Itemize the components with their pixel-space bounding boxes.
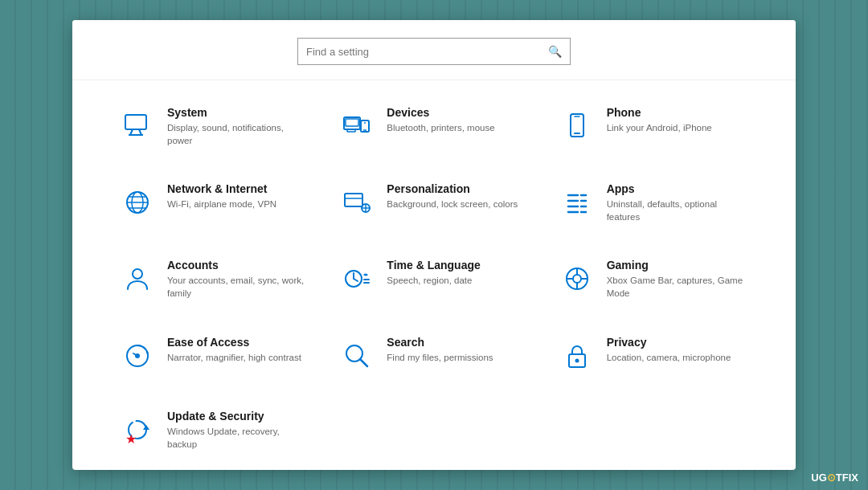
search-bar-area: 🔍 [72, 20, 796, 80]
phone-text: Phone Link your Android, iPhone [607, 106, 712, 134]
svg-point-38 [573, 275, 581, 283]
settings-item-personalization[interactable]: Personalization Background, lock screen,… [324, 165, 543, 241]
svg-rect-18 [345, 194, 362, 206]
settings-window: 🔍 System Display, sound, notifications, … [72, 20, 796, 470]
accounts-desc: Your accounts, email, sync, work, family [167, 274, 309, 300]
watermark-fix: TFIX [836, 472, 858, 484]
settings-item-accounts[interactable]: Accounts Your accounts, email, sync, wor… [104, 241, 324, 317]
svg-line-34 [354, 279, 358, 281]
svg-marker-50 [143, 425, 149, 430]
ease-title: Ease of Access [167, 336, 301, 349]
accounts-text: Accounts Your accounts, email, sync, wor… [167, 259, 309, 300]
accounts-icon [119, 260, 156, 297]
search-settings-desc: Find my files, permissions [387, 351, 493, 364]
time-title: Time & Language [387, 259, 480, 272]
gaming-text: Gaming Xbox Game Bar, captures, Game Mod… [607, 259, 749, 300]
svg-line-2 [139, 129, 141, 135]
settings-item-system[interactable]: System Display, sound, notifications, po… [104, 88, 324, 165]
settings-item-apps[interactable]: Apps Uninstall, defaults, optional featu… [544, 165, 764, 241]
settings-item-update[interactable]: ★ Update & Security Windows Update, reco… [104, 392, 324, 468]
apps-desc: Uninstall, defaults, optional features [607, 198, 749, 223]
system-icon [119, 108, 156, 145]
ease-icon [119, 337, 156, 374]
personalization-desc: Background, lock screen, colors [387, 198, 518, 210]
svg-text:★: ★ [125, 432, 137, 445]
system-title: System [167, 106, 309, 119]
devices-title: Devices [387, 106, 494, 119]
search-input[interactable] [306, 46, 548, 58]
settings-item-network[interactable]: Network & Internet Wi-Fi, airplane mode,… [104, 165, 324, 241]
personalization-icon [338, 184, 375, 221]
network-icon [119, 184, 156, 221]
svg-line-47 [360, 359, 367, 366]
system-desc: Display, sound, notifications, power [167, 121, 309, 147]
phone-title: Phone [607, 106, 712, 119]
phone-desc: Link your Android, iPhone [607, 121, 712, 134]
svg-line-1 [130, 129, 133, 135]
network-desc: Wi-Fi, airplane mode, VPN [167, 198, 276, 210]
devices-icon [338, 108, 375, 145]
search-bar-container: 🔍 [297, 38, 571, 65]
search-icon: 🔍 [548, 45, 562, 58]
gaming-title: Gaming [607, 259, 749, 272]
update-desc: Windows Update, recovery, backup [167, 425, 309, 451]
apps-text: Apps Uninstall, defaults, optional featu… [607, 182, 749, 223]
settings-item-gaming[interactable]: Gaming Xbox Game Bar, captures, Game Mod… [544, 241, 764, 317]
settings-grid: System Display, sound, notifications, po… [104, 88, 764, 468]
svg-rect-8 [347, 129, 355, 132]
privacy-desc: Location, camera, microphone [607, 351, 731, 364]
ease-text: Ease of Access Narrator, magnifier, high… [167, 336, 301, 364]
devices-text: Devices Bluetooth, printers, mouse [387, 106, 494, 134]
update-icon: ★ [119, 411, 156, 448]
apps-title: Apps [607, 182, 749, 195]
network-text: Network & Internet Wi-Fi, airplane mode,… [167, 182, 276, 210]
update-title: Update & Security [167, 410, 309, 423]
svg-rect-5 [346, 119, 358, 126]
devices-desc: Bluetooth, printers, mouse [387, 121, 494, 134]
accounts-title: Accounts [167, 259, 309, 272]
settings-item-time[interactable]: Time & Language Speech, region, date [324, 241, 543, 317]
settings-item-ease[interactable]: Ease of Access Narrator, magnifier, high… [104, 318, 324, 392]
settings-grid-area: System Display, sound, notifications, po… [72, 80, 796, 470]
watermark-ug: UG [811, 472, 827, 484]
gaming-icon [559, 260, 596, 297]
system-text: System Display, sound, notifications, po… [167, 106, 309, 147]
privacy-icon [559, 337, 596, 374]
settings-item-privacy[interactable]: Privacy Location, camera, microphone [544, 318, 764, 392]
network-title: Network & Internet [167, 182, 276, 195]
time-icon [338, 260, 375, 297]
privacy-title: Privacy [607, 336, 731, 349]
time-text: Time & Language Speech, region, date [387, 259, 480, 287]
search-settings-title: Search [387, 336, 493, 349]
svg-point-49 [575, 358, 579, 362]
ease-desc: Narrator, magnifier, high contrast [167, 351, 301, 364]
time-desc: Speech, region, date [387, 274, 480, 287]
search-settings-icon [338, 337, 375, 374]
privacy-text: Privacy Location, camera, microphone [607, 336, 731, 364]
phone-icon [559, 108, 596, 145]
svg-point-31 [133, 269, 142, 279]
apps-icon [559, 184, 596, 221]
watermark-et: ⊙ [827, 472, 836, 484]
personalization-text: Personalization Background, lock screen,… [387, 182, 518, 210]
update-text: Update & Security Windows Update, recove… [167, 410, 309, 451]
settings-item-phone[interactable]: Phone Link your Android, iPhone [544, 88, 764, 165]
gaming-desc: Xbox Game Bar, captures, Game Mode [607, 274, 749, 300]
settings-item-devices[interactable]: Devices Bluetooth, printers, mouse [324, 88, 543, 165]
settings-item-search[interactable]: Search Find my files, permissions [324, 318, 543, 392]
personalization-title: Personalization [387, 182, 518, 195]
search-settings-text: Search Find my files, permissions [387, 336, 493, 364]
svg-rect-0 [125, 115, 146, 129]
watermark: UG⊙TFIX [811, 472, 858, 484]
